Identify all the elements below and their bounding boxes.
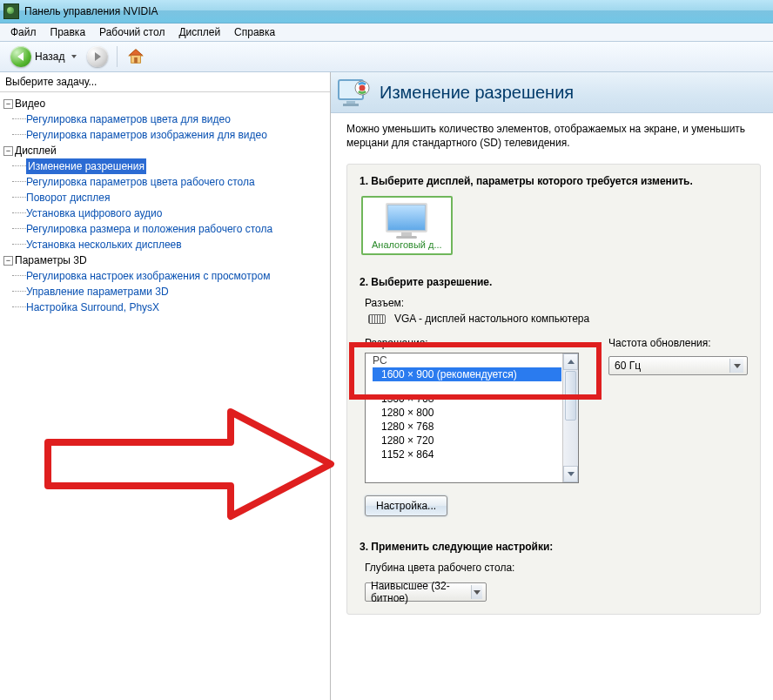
home-button[interactable] (126, 47, 145, 66)
tree-item[interactable]: Поворот дисплея (3, 190, 328, 205)
content-pane: Изменение разрешения Можно уменьшить кол… (331, 72, 773, 700)
svg-rect-6 (343, 104, 359, 106)
tree-item[interactable]: Настройка Surround, PhysX (3, 300, 328, 315)
display-selector-item[interactable]: Аналоговый д... (361, 196, 453, 255)
svg-rect-5 (346, 101, 355, 104)
toolbar: Назад (0, 42, 773, 72)
tree-item[interactable]: Регулировка параметров цвета для видео (3, 111, 328, 127)
resolution-listbox[interactable]: PC 1600 × 900 (рекомендуется) 1360 × 768… (365, 353, 579, 483)
resolution-header-icon (338, 77, 371, 107)
tree-item[interactable]: Регулировка параметров изображения для в… (3, 127, 328, 143)
monitor-icon (386, 203, 427, 238)
page-title: Изменение разрешения (380, 83, 574, 103)
step1-title: 1. Выберите дисплей, параметры которого … (360, 175, 748, 187)
back-arrow-icon (10, 46, 31, 67)
tree-item[interactable]: Управление параметрами 3D (3, 284, 328, 300)
task-tree-header: Выберите задачу... (0, 72, 330, 92)
app-icon (3, 3, 19, 19)
forward-arrow-icon (95, 52, 101, 61)
refresh-label: Частота обновления: (608, 337, 748, 349)
svg-marker-3 (48, 412, 331, 516)
home-icon (126, 47, 145, 66)
resolution-item[interactable]: 1360 × 768 (366, 392, 563, 406)
resolution-item[interactable]: 1280 × 800 (366, 406, 563, 420)
resolution-label: Разрешение: (365, 337, 579, 349)
customize-button[interactable]: Настройка... (365, 495, 447, 516)
scroll-down-button[interactable] (563, 466, 578, 482)
connector-value: VGA - дисплей настольного компьютера (394, 313, 589, 325)
window-title: Панель управления NVIDIA (24, 5, 158, 17)
tree-item-selected[interactable]: Изменение разрешения (3, 158, 328, 174)
chevron-down-icon (729, 359, 743, 373)
collapse-icon[interactable]: − (3, 256, 13, 266)
svg-marker-1 (130, 50, 143, 55)
chevron-down-icon (471, 585, 482, 599)
collapse-icon[interactable]: − (3, 146, 13, 156)
display-name: Аналоговый д... (372, 239, 442, 250)
menu-file[interactable]: Файл (3, 24, 44, 40)
chevron-down-icon (71, 55, 77, 58)
forward-button[interactable] (87, 46, 108, 67)
title-bar: Панель управления NVIDIA (0, 0, 773, 24)
vga-icon (368, 314, 386, 324)
svg-rect-2 (135, 57, 138, 63)
back-label: Назад (35, 50, 64, 63)
tree-node-3d[interactable]: − Параметры 3D (3, 252, 328, 268)
back-button[interactable]: Назад (5, 44, 82, 69)
color-depth-combo[interactable]: Наивысшее (32-битное) (365, 582, 487, 602)
menu-desktop[interactable]: Рабочий стол (92, 24, 171, 40)
resolution-item-selected[interactable]: 1600 × 900 (рекомендуется) (373, 367, 561, 381)
listbox-scrollbar[interactable] (562, 353, 578, 482)
resolution-item[interactable]: 1280 × 768 (366, 420, 563, 434)
svg-point-8 (360, 85, 366, 91)
tree-node-video[interactable]: − Видео (3, 96, 328, 111)
page-intro: Можно уменьшить количество элементов, от… (346, 122, 761, 150)
task-tree: − Видео Регулировка параметров цвета для… (0, 92, 330, 319)
page-header: Изменение разрешения (331, 72, 773, 113)
tree-item[interactable]: Регулировка размера и положения рабочего… (3, 221, 328, 237)
resolution-item[interactable]: 1280 × 720 (366, 434, 563, 448)
tree-item[interactable]: Регулировка настроек изображения с просм… (3, 268, 328, 284)
scroll-up-button[interactable] (563, 353, 578, 370)
refresh-rate-value: 60 Гц (615, 360, 641, 372)
step2-title: 2. Выберите разрешение. (360, 276, 748, 288)
task-tree-pane: Выберите задачу... − Видео Регулировка п… (0, 72, 331, 700)
menu-display[interactable]: Дисплей (171, 24, 227, 40)
menu-help[interactable]: Справка (227, 24, 282, 40)
resolution-group: PC (366, 353, 563, 367)
step3-title: 3. Применить следующие настройки: (360, 541, 748, 553)
resolution-item[interactable]: 1152 × 864 (366, 448, 563, 461)
scroll-thumb[interactable] (565, 371, 576, 421)
collapse-icon[interactable]: − (3, 99, 13, 109)
color-depth-value: Наивысшее (32-битное) (371, 580, 466, 604)
settings-panel: 1. Выберите дисплей, параметры которого … (346, 164, 761, 615)
tree-item[interactable]: Установка нескольких дисплеев (3, 237, 328, 252)
tree-item[interactable]: Регулировка параметров цвета рабочего ст… (3, 174, 328, 190)
refresh-rate-combo[interactable]: 60 Гц (608, 356, 748, 375)
tree-node-display[interactable]: − Дисплей (3, 143, 328, 158)
color-depth-label: Глубина цвета рабочего стола: (365, 562, 748, 574)
menu-bar: Файл Правка Рабочий стол Дисплей Справка (0, 24, 773, 42)
connector-label: Разъем: (365, 297, 748, 309)
menu-edit[interactable]: Правка (44, 24, 93, 40)
toolbar-separator (117, 46, 118, 67)
tree-item[interactable]: Установка цифрового аудио (3, 205, 328, 221)
annotation-arrow-icon (48, 412, 331, 516)
